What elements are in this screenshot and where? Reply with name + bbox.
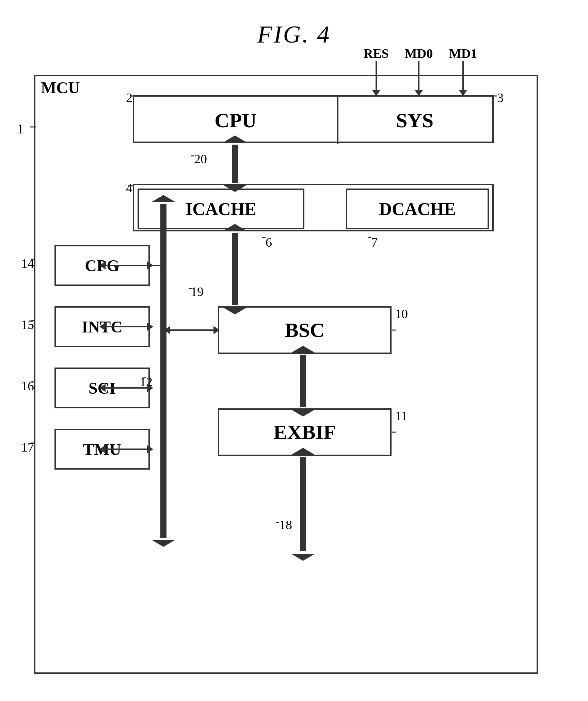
- tmu-block: TMU: [54, 429, 150, 470]
- ref-label-2: 2: [126, 90, 132, 105]
- res-signal-text: RES: [364, 46, 389, 61]
- tmu-label: TMU: [83, 440, 121, 459]
- ref-label-11: 11: [395, 408, 408, 423]
- dcache-label: DCACHE: [379, 199, 456, 219]
- exbif-block: EXBIF: [218, 408, 392, 456]
- bsc-block: BSC: [218, 306, 392, 354]
- cpu-sys-container: CPU SYS: [133, 95, 494, 143]
- ref-label-7: 7: [371, 235, 378, 250]
- ref-label-17: 17: [21, 440, 34, 455]
- intc-label: INTC: [82, 317, 123, 336]
- bsc-label: BSC: [285, 319, 325, 342]
- ref-label-3: 3: [497, 90, 504, 105]
- sys-block: SYS: [337, 97, 492, 144]
- cpg-block: CPG: [54, 245, 150, 286]
- icache-block: ICACHE: [138, 189, 304, 229]
- sys-label: SYS: [396, 109, 433, 132]
- ref-label-18: 18: [279, 517, 292, 532]
- dcache-block: DCACHE: [346, 189, 489, 229]
- sci-label: SCI: [89, 379, 116, 397]
- ref-label-19: 19: [191, 284, 204, 299]
- exbif-label: EXBIF: [273, 421, 336, 444]
- ref-label-10: 10: [395, 306, 408, 321]
- mcu-label: MCU: [41, 78, 80, 97]
- ref-label-20: 20: [194, 151, 207, 166]
- page-title: FIG. 4: [257, 20, 331, 49]
- sci-block: SCI: [54, 368, 150, 408]
- intc-block: INTC: [54, 306, 150, 347]
- cpu-label: CPU: [214, 109, 256, 132]
- ref-label-12: 12: [140, 374, 153, 389]
- ref-label-14: 14: [21, 256, 34, 271]
- cpg-label: CPG: [85, 256, 119, 275]
- cpu-block: CPU: [134, 97, 338, 144]
- cache-container: ICACHE DCACHE: [133, 184, 494, 231]
- ref-label-6: 6: [266, 235, 272, 250]
- icache-label: ICACHE: [186, 199, 256, 219]
- md1-signal-text: MD1: [449, 46, 477, 61]
- md0-signal-text: MD0: [405, 46, 433, 61]
- ref-label-4: 4: [126, 180, 132, 195]
- ref-label-15: 15: [21, 317, 34, 332]
- ref-label-16: 16: [21, 378, 34, 393]
- ref-label-1: 1: [17, 121, 24, 137]
